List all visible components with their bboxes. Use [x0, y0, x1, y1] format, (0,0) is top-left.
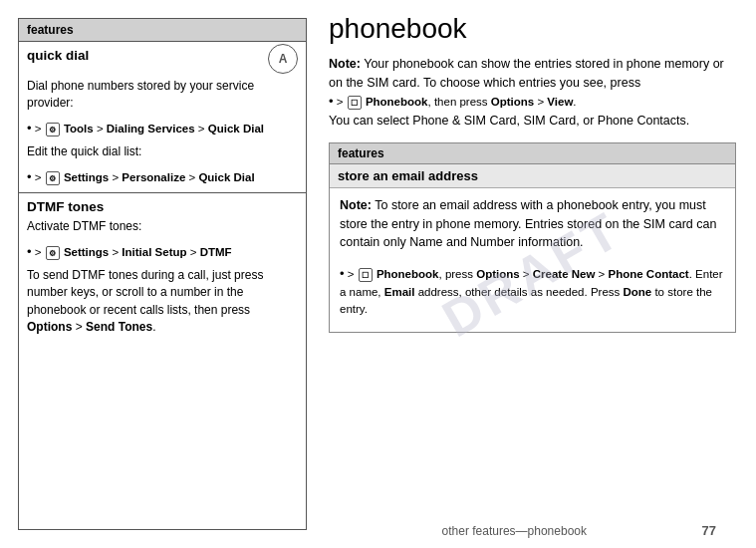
tools-icon: ⚙: [46, 123, 60, 137]
features-note: Note: To store an email address with a p…: [340, 196, 725, 252]
right-column: DRAFT phonebook Note: Your phonebook can…: [307, 0, 756, 548]
page-title: phonebook: [329, 14, 736, 45]
intro-nav: • > ☐ Phonebook, then press Options > Vi…: [329, 96, 577, 108]
dtmf-body1: Activate DTMF tones:: [27, 218, 298, 235]
settings-icon: ⚙: [46, 171, 60, 185]
settings-icon2: ⚙: [46, 246, 60, 260]
section-divider: [19, 192, 306, 193]
left-features-header: features: [19, 19, 306, 42]
dtmf-body2: To send DTMF tones during a call, just p…: [27, 267, 298, 337]
phonebook-icon2: ☐: [359, 268, 373, 282]
quick-dial-icon: [268, 44, 298, 74]
quick-dial-body2: Edit the quick dial list:: [27, 143, 298, 160]
phonebook-icon: ☐: [348, 96, 362, 110]
features-nav: • > ☐ Phonebook, press Options > Create …: [340, 264, 725, 318]
store-email-subheader: store an email address: [330, 164, 735, 188]
dtmf-title: DTMF tones: [27, 199, 298, 214]
right-features-content: Note: To store an email address with a p…: [330, 188, 735, 332]
quick-dial-nav1: • > ⚙ Tools > Dialing Services > Quick D…: [27, 119, 298, 138]
quick-dial-nav2: • > ⚙ Settings > Personalize > Quick Dia…: [27, 167, 298, 187]
quick-dial-body1: Dial phone numbers stored by your servic…: [27, 78, 298, 113]
left-content: quick dial Dial phone numbers stored by …: [19, 42, 306, 349]
features-note-bold: Note:: [340, 198, 372, 212]
intro-note-bold: Note:: [329, 57, 361, 71]
dtmf-nav1: • > ⚙ Settings > Initial Setup > DTMF: [27, 242, 298, 262]
right-features-header: features: [330, 143, 735, 164]
intro-text2: You can select Phone & SIM Card, SIM Car…: [329, 114, 689, 128]
footer-page-number: 77: [702, 523, 716, 538]
intro-text: Your phonebook can show the entries stor…: [329, 57, 724, 90]
right-features-table: features store an email address Note: To…: [329, 142, 736, 333]
left-features-table: features quick dial Dial phone numbers s…: [18, 18, 307, 530]
footer: other features—phonebook 77: [307, 523, 756, 538]
footer-center-text: other features—phonebook: [327, 524, 702, 538]
intro-paragraph: Note: Your phonebook can show the entrie…: [329, 55, 736, 131]
quick-dial-title: quick dial: [27, 48, 298, 74]
features-note-text: To store an email address with a phonebo…: [340, 198, 716, 250]
